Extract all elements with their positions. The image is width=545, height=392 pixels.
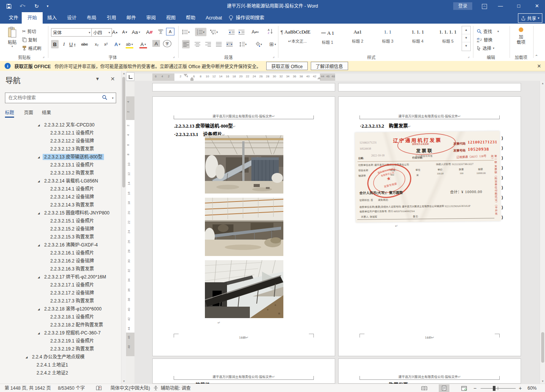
nav-item[interactable]: 2.2.3.2.19.1 设备照片	[0, 337, 121, 345]
styles-dialog-launcher[interactable]: ⌟	[468, 54, 470, 58]
navigation-search-box[interactable]: ▾	[5, 93, 116, 103]
underline-button[interactable]: U▾	[69, 40, 76, 48]
expand-triangle-icon[interactable]: ◢	[26, 353, 27, 361]
copy-button[interactable]: 复制	[22, 36, 37, 43]
zoom-slider-track[interactable]	[481, 388, 516, 389]
learn-more-button[interactable]: 了解详细信息	[311, 62, 348, 70]
search-input[interactable]	[8, 93, 97, 102]
equipment-photo-3[interactable]	[205, 260, 283, 318]
expand-triangle-icon[interactable]: ◢	[38, 209, 40, 217]
grow-font-button[interactable]: A▲	[111, 28, 119, 36]
add-ins-button[interactable]: 加载项	[511, 27, 531, 45]
decrease-indent-button[interactable]	[228, 28, 235, 36]
style-card-3[interactable]: Aa1标题 2	[342, 26, 373, 50]
proofing-icon[interactable]	[96, 386, 102, 392]
nav-item[interactable]: 2.2.3.2.16.3 购置发票	[0, 265, 121, 273]
tab-邮件[interactable]: 邮件	[121, 12, 142, 24]
expand-triangle-icon[interactable]: ◢	[38, 177, 40, 185]
tell-me-search[interactable]: 操作说明搜索	[229, 12, 264, 24]
expand-triangle-icon[interactable]: ◢	[38, 305, 40, 313]
navigation-close-icon[interactable]: ✕	[110, 76, 115, 82]
paste-button[interactable]: 粘贴 ▾	[4, 27, 21, 48]
horizontal-ruler[interactable]: 6422468101214161820222426283032343638404…	[134, 74, 545, 81]
tab-审阅[interactable]: 审阅	[141, 12, 161, 24]
zoom-out-button[interactable]: −	[473, 384, 476, 392]
ribbon-display-options-icon[interactable]	[478, 0, 491, 12]
scroll-down-icon[interactable]: ▼	[540, 380, 545, 382]
close-button[interactable]: ✕	[531, 0, 543, 12]
sort-button[interactable]: AZ	[267, 27, 274, 35]
navigation-chevron-icon[interactable]: ▼	[95, 76, 100, 82]
format-painter-button[interactable]: 格式刷	[22, 44, 42, 52]
nav-item[interactable]: 2.2.3.2.15.1 设备照片	[0, 217, 121, 225]
nav-item[interactable]: 2.2.3.2.13.2 购置发票	[0, 169, 121, 177]
expand-triangle-icon[interactable]: ◢	[38, 121, 40, 129]
cut-button[interactable]: ✂剪切	[22, 27, 36, 35]
nav-item[interactable]: 2.2.3.2.15.3 购置发票	[0, 233, 121, 241]
search-icon[interactable]	[102, 95, 107, 100]
nav-item[interactable]: 2.2.3.2.15.2 设备铭牌	[0, 225, 121, 233]
zoom-slider-thumb[interactable]	[493, 386, 495, 391]
distribute-button[interactable]	[225, 40, 233, 48]
page-1448[interactable]: 建平县万兴膨润土有限责任公司-投标文件↵ .2.2.3.2.13 皮带输送机-8…	[152, 96, 335, 356]
page-partial-bottom-left[interactable]: 建平县万兴膨润土有限责任公司-投标文件↵ .2.2.3.2.14 装载机-LG8…	[152, 358, 335, 384]
vertical-ruler[interactable]: 4224681012141618202224262830323436384042…	[126, 82, 134, 384]
increase-indent-button[interactable]	[238, 28, 245, 36]
nav-item[interactable]: 2.2.3.2.17.3 购置发票	[0, 297, 121, 305]
tab-布局[interactable]: 布局	[81, 12, 102, 24]
warning-close-icon[interactable]: ✕	[537, 63, 541, 69]
nav-item[interactable]: 2.2.3.2.19.2 购置发票	[0, 345, 121, 353]
nav-item[interactable]: ◢2.2.3.2.13 皮带输送机-800型	[0, 153, 121, 161]
paragraph-dialog-launcher[interactable]: ⌟	[273, 54, 275, 58]
sign-in-button[interactable]: 登录	[453, 2, 472, 10]
tab-视图[interactable]: 视图	[160, 12, 181, 24]
page-1449[interactable]: 建平县万兴膨润土有限责任公司-投标文件↵ ·2.2.3.2.13.2 购置发票↵…	[338, 96, 521, 356]
read-mode-button[interactable]	[419, 384, 430, 392]
change-case-button[interactable]: Aa▾	[132, 28, 140, 36]
nav-item[interactable]: 2.2.3.2.17.1 设备照片	[0, 281, 121, 289]
share-button[interactable]: 共享▾	[518, 13, 542, 23]
expand-triangle-icon[interactable]: ◢	[38, 153, 40, 161]
zoom-in-button[interactable]: +	[519, 384, 522, 392]
nav-item[interactable]: ◢2.2.3.2.19 挖掘机-PC-360-7	[0, 329, 121, 337]
character-border-button[interactable]: A	[166, 28, 174, 35]
align-center-button[interactable]	[193, 40, 201, 48]
scrollbar-thumb[interactable]	[541, 332, 544, 363]
style-card-6[interactable]: 1. 1. 1. 1标题 5	[432, 26, 463, 50]
line-spacing-button[interactable]: ▾	[239, 40, 247, 48]
nav-item[interactable]: ◢2.2.3.2.18 滚筛-φ1200*6000	[0, 305, 121, 313]
style-card-1[interactable]: AaBbCcDdE↵本文正...	[282, 26, 313, 50]
phonetic-guide-button[interactable]: wén文	[157, 27, 165, 35]
subscript-button[interactable]: x₂	[93, 40, 101, 48]
equipment-photo-2[interactable]	[205, 198, 283, 256]
maximize-button[interactable]: □	[512, 0, 525, 12]
nav-item[interactable]: ◢2.2.4 办公及生产地点规模	[0, 353, 121, 361]
nav-item[interactable]: 2.2.3.2.12.1 设备照片	[0, 129, 121, 137]
align-right-button[interactable]	[204, 40, 212, 48]
nav-item[interactable]: 2.2.3.2.12.2 设备铭牌	[0, 137, 121, 145]
first-line-indent-marker[interactable]	[184, 74, 187, 77]
search-options-icon[interactable]: ▾	[112, 96, 113, 100]
bold-button[interactable]: B	[51, 40, 59, 48]
web-layout-button[interactable]	[459, 384, 469, 392]
nav-tab-results[interactable]: 结果	[42, 109, 51, 115]
nav-tab-headings[interactable]: 标题	[5, 109, 14, 118]
nav-item[interactable]: ◢2.2.3.2.12 叉车-CPCD30	[0, 121, 121, 129]
collapse-ribbon-icon[interactable]: ⌃	[535, 54, 538, 59]
tab-开始[interactable]: 开始	[22, 12, 43, 24]
zoom-level[interactable]: 60%	[527, 384, 537, 392]
font-name-combobox[interactable]: 宋体▾	[51, 28, 92, 37]
nav-item[interactable]: ◢2.2.3.2.17 烘干机-φ2.200*16M	[0, 273, 121, 281]
borders-button[interactable]: ⊞▾	[269, 40, 276, 48]
page-partial-bottom-right[interactable]: 建平县万兴膨润土有限责任公司-投标文件↵ ·2.2.3.2.14.3 购置发票↵	[338, 358, 521, 384]
gallery-down-icon[interactable]: ▼	[462, 34, 470, 42]
bullets-button[interactable]: ▾	[182, 28, 190, 36]
nav-item[interactable]: 2.2.3.2.13.1 设备照片	[0, 161, 121, 169]
page-indicator[interactable]: 第 1448 页, 共 1642 页	[5, 384, 51, 392]
font-dialog-launcher[interactable]: ⌟	[173, 54, 175, 58]
font-size-combobox[interactable]: 小四▾	[91, 28, 112, 37]
style-card-2[interactable]: 一 A 1标题 1	[312, 26, 343, 50]
nav-item[interactable]: 2.2.3.2.14.1 设备照片	[0, 185, 121, 193]
navigation-scrollbar[interactable]: ▲ ▼	[121, 71, 126, 384]
align-left-button[interactable]	[182, 40, 190, 48]
